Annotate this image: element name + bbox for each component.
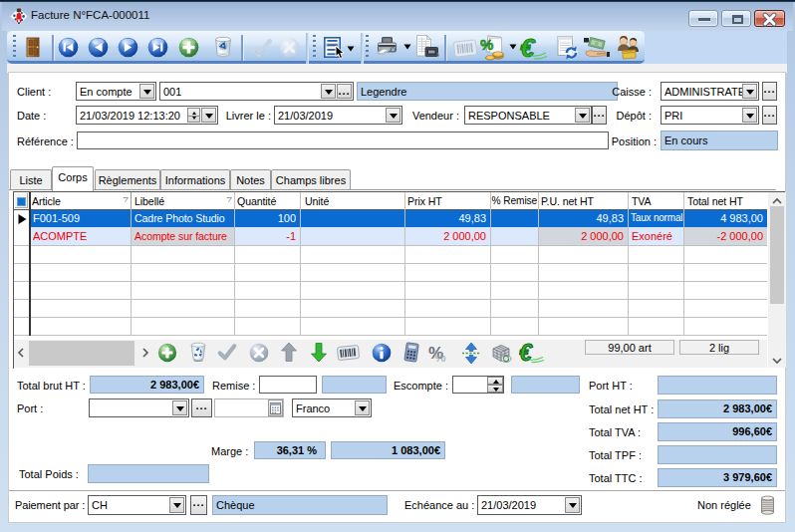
svg-text:%: % <box>480 36 493 53</box>
svg-text:€: € <box>519 341 533 365</box>
svg-text:€: € <box>520 35 536 61</box>
svg-text:%: % <box>434 350 446 363</box>
